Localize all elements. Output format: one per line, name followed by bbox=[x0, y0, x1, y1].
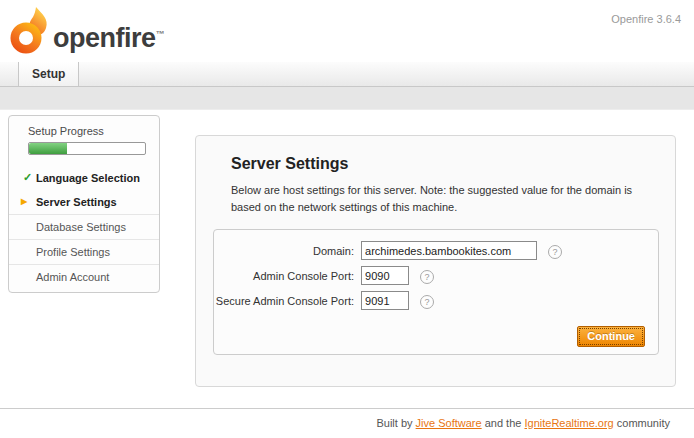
form-row-admin-port: Admin Console Port: ? bbox=[214, 266, 658, 285]
igniterealtime-link[interactable]: IgniteRealtime.org bbox=[524, 417, 613, 429]
sidebar-item-label: Database Settings bbox=[36, 221, 126, 233]
trademark-symbol: ™ bbox=[156, 29, 165, 39]
help-icon[interactable]: ? bbox=[420, 270, 434, 284]
page-description: Below are host settings for this server.… bbox=[231, 182, 643, 216]
footer-text: and the bbox=[482, 417, 525, 429]
sidebar-item-server-settings[interactable]: ▶ Server Settings bbox=[9, 190, 159, 214]
tab-setup[interactable]: Setup bbox=[18, 62, 79, 86]
app-header: openfire™ Openfire 3.6.4 bbox=[0, 0, 694, 62]
sidebar-item-label: Admin Account bbox=[36, 271, 109, 283]
footer-text: Built by bbox=[376, 417, 415, 429]
help-icon[interactable]: ? bbox=[420, 295, 434, 309]
jive-software-link[interactable]: Jive Software bbox=[416, 417, 482, 429]
sidebar-item-admin-account[interactable]: Admin Account bbox=[9, 264, 159, 289]
help-icon[interactable]: ? bbox=[548, 245, 562, 259]
arrow-right-icon: ▶ bbox=[21, 197, 27, 206]
secure-port-input[interactable] bbox=[361, 291, 409, 310]
page-footer: Built by Jive Software and the IgniteRea… bbox=[0, 408, 694, 438]
logo-wordmark: openfire™ bbox=[53, 23, 164, 54]
setup-steps-nav: ✓ Language Selection ▶ Server Settings D… bbox=[9, 166, 159, 289]
version-label: Openfire 3.6.4 bbox=[611, 13, 681, 25]
sidebar-item-label: Language Selection bbox=[36, 172, 140, 184]
admin-port-input[interactable] bbox=[361, 266, 409, 285]
sidebar-item-label: Profile Settings bbox=[36, 246, 110, 258]
server-settings-panel: Server Settings Below are host settings … bbox=[195, 135, 676, 387]
page-title: Server Settings bbox=[231, 155, 675, 173]
content-area: Setup Progress ✓ Language Selection ▶ Se… bbox=[0, 110, 694, 408]
sidebar-item-profile-settings[interactable]: Profile Settings bbox=[9, 239, 159, 264]
admin-port-label: Admin Console Port: bbox=[214, 270, 354, 282]
sidebar-item-language-selection[interactable]: ✓ Language Selection bbox=[9, 166, 159, 190]
check-icon: ✓ bbox=[23, 171, 32, 184]
server-settings-form: Domain: ? Admin Console Port: ? Secure A… bbox=[213, 229, 659, 355]
domain-input[interactable] bbox=[361, 241, 537, 260]
domain-label: Domain: bbox=[214, 245, 354, 257]
secure-port-label: Secure Admin Console Port: bbox=[214, 295, 354, 307]
continue-button[interactable]: Continue bbox=[577, 326, 645, 347]
progress-bar bbox=[28, 142, 146, 155]
setup-progress-sidebar: Setup Progress ✓ Language Selection ▶ Se… bbox=[8, 115, 160, 293]
sidebar-item-database-settings[interactable]: Database Settings bbox=[9, 214, 159, 239]
form-row-secure-port: Secure Admin Console Port: ? bbox=[214, 291, 658, 310]
openfire-logo: openfire™ bbox=[9, 6, 179, 58]
tab-bar: Setup bbox=[0, 62, 694, 87]
setup-progress-label: Setup Progress bbox=[9, 116, 159, 142]
sub-nav-band bbox=[0, 87, 694, 110]
progress-fill bbox=[29, 143, 67, 154]
form-row-domain: Domain: ? bbox=[214, 241, 658, 260]
sidebar-item-label: Server Settings bbox=[36, 196, 117, 208]
footer-text: community bbox=[614, 417, 670, 429]
